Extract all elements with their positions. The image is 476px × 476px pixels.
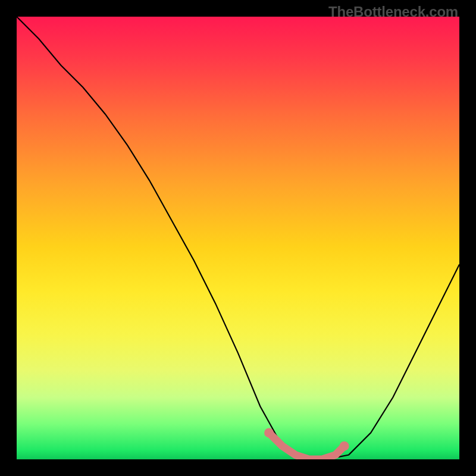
bottleneck-curve [17,17,459,459]
plot-area [17,17,459,459]
chart-frame: TheBottleneck.com [0,0,476,476]
optimal-range-marker [269,433,344,459]
optimal-range-endpoint [340,441,349,451]
optimal-range-endpoint [264,428,274,437]
curve-overlay [17,17,459,459]
